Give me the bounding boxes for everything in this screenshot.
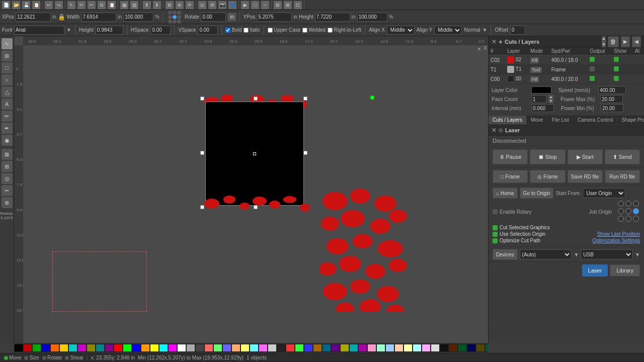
palette-color-14[interactable] <box>141 344 150 352</box>
lock-icon[interactable]: 🔒 <box>58 14 65 21</box>
handle-mr[interactable] <box>303 151 307 155</box>
edit-icon[interactable]: ✏ <box>77 1 86 9</box>
new-icon[interactable]: 📄 <box>2 1 10 9</box>
xpos-input[interactable] <box>16 13 51 22</box>
sim-icon[interactable]: ~ <box>261 1 269 9</box>
palette-color-48[interactable] <box>449 344 458 352</box>
tab-shape-props[interactable]: Shape Properties <box>617 116 644 124</box>
canvas[interactable]: X ✕ <box>23 45 488 343</box>
cut-tool[interactable]: ✂ <box>2 185 13 196</box>
palette-color-9[interactable] <box>96 344 105 352</box>
palette-color-34[interactable] <box>322 344 331 352</box>
library-tab-btn[interactable]: Library <box>610 264 640 277</box>
height-input[interactable] <box>315 13 350 22</box>
interval-input[interactable] <box>531 104 554 112</box>
black-rectangle[interactable] <box>205 102 304 206</box>
run-rd-btn[interactable]: Run RD file <box>605 170 640 183</box>
row1-color[interactable]: T1 <box>505 65 528 74</box>
job-origin-mm[interactable] <box>625 208 631 214</box>
undo-icon[interactable]: ↩ <box>45 1 53 9</box>
copy-icon[interactable]: ⧉ <box>98 1 106 9</box>
palette-color-24[interactable] <box>231 344 240 352</box>
palette-color-50[interactable] <box>467 344 476 352</box>
node-tool[interactable]: ⊞ <box>2 50 13 61</box>
save-icon[interactable]: 💾 <box>22 1 30 9</box>
scroll-down[interactable]: ▼ <box>602 42 606 48</box>
paste-icon[interactable]: 📋 <box>108 1 116 9</box>
fill-tool[interactable]: ◎ <box>2 173 13 184</box>
pass-count-down[interactable]: ▼ <box>548 99 553 103</box>
palette-color-51[interactable] <box>476 344 485 352</box>
row2-show[interactable] <box>612 74 633 84</box>
align-x-select[interactable]: MiddleLeftRight <box>387 26 415 35</box>
palette-color-39[interactable] <box>367 344 376 352</box>
palette-color-22[interactable] <box>213 344 222 352</box>
start-from-select[interactable]: User Origin Absolute Coords Current Posi… <box>583 188 625 198</box>
circle2-tool[interactable]: ◉ <box>2 135 13 146</box>
palette-color-43[interactable] <box>404 344 413 352</box>
palette-color-25[interactable] <box>240 344 250 352</box>
job-origin-bl[interactable] <box>618 216 624 222</box>
measure-tool[interactable]: ⊠ <box>2 149 13 160</box>
power-max-input[interactable] <box>600 95 623 103</box>
palette-color-2[interactable] <box>32 344 41 352</box>
palette-color-13[interactable] <box>132 344 141 352</box>
job-origin-mr[interactable] <box>633 208 639 214</box>
ungroup-icon[interactable]: ▧ <box>130 1 138 9</box>
grid-icon[interactable]: ⊞ <box>274 1 282 9</box>
layer-color-swatch[interactable] <box>531 86 551 94</box>
row2-color[interactable]: 00 <box>505 74 528 84</box>
handle-tr[interactable] <box>303 97 307 101</box>
job-origin-bm[interactable] <box>625 216 631 222</box>
start-btn[interactable]: ▶ Start <box>568 149 603 164</box>
select-tool[interactable]: ↖ <box>2 38 13 49</box>
home-btn[interactable]: ⌂ Home <box>493 188 518 199</box>
palette-color-18[interactable] <box>177 344 186 352</box>
row1-show[interactable] <box>612 65 633 74</box>
laser-close-btn[interactable]: ✕ <box>492 127 497 134</box>
import-icon[interactable]: ⬆ <box>143 1 151 9</box>
right-to-left-check[interactable] <box>328 28 333 33</box>
tab-file-list[interactable]: File List <box>547 116 573 124</box>
palette-color-16[interactable] <box>159 344 168 352</box>
scroll-up[interactable]: ▲ <box>602 36 606 42</box>
palette-color-26[interactable] <box>250 344 259 352</box>
boolean-tool[interactable]: ⊕ <box>2 197 13 208</box>
palette-color-52[interactable] <box>485 344 488 352</box>
dashed-selection-rect[interactable] <box>52 251 147 312</box>
use-selection-check[interactable] <box>493 232 498 237</box>
palette-color-23[interactable] <box>222 344 231 352</box>
palette-color-37[interactable] <box>349 344 358 352</box>
palette-color-49[interactable] <box>458 344 467 352</box>
palette-color-7[interactable] <box>77 344 87 352</box>
rotate-input[interactable] <box>201 13 226 22</box>
palette-color-32[interactable] <box>304 344 313 352</box>
palette-color-29[interactable] <box>277 344 286 352</box>
ypos-input[interactable] <box>257 13 292 22</box>
palette-color-36[interactable] <box>340 344 349 352</box>
palette-color-4[interactable] <box>50 344 59 352</box>
cut-icon[interactable]: ✂ <box>88 1 96 9</box>
palette-color-21[interactable] <box>204 344 213 352</box>
palette-color-1[interactable] <box>23 344 32 352</box>
canvas-close[interactable]: ✕ <box>477 46 481 52</box>
row1-output[interactable] <box>588 65 612 74</box>
pencil-tool[interactable]: ✒ <box>2 123 13 134</box>
handle-tl[interactable] <box>200 97 204 101</box>
palette-color-0[interactable] <box>14 344 23 352</box>
go-to-origin-btn[interactable]: Go to Origin <box>520 188 554 199</box>
row2-output[interactable] <box>588 74 612 84</box>
row0-show[interactable] <box>612 55 633 65</box>
show-last-position-link[interactable]: Show Last Position <box>597 231 640 237</box>
job-origin-tm[interactable] <box>625 201 631 207</box>
frame2-icon[interactable]: □ <box>251 1 259 9</box>
palette-color-47[interactable] <box>440 344 449 352</box>
optimize-cut-check[interactable] <box>493 238 498 243</box>
palette-color-10[interactable] <box>105 344 114 352</box>
palette-color-11[interactable] <box>114 344 123 352</box>
job-origin-tr[interactable] <box>633 201 639 207</box>
save-as-icon[interactable]: 📋 <box>32 1 40 9</box>
palette-color-45[interactable] <box>422 344 431 352</box>
camera-icon[interactable]: 📷 <box>218 1 226 9</box>
palette-color-38[interactable] <box>358 344 367 352</box>
